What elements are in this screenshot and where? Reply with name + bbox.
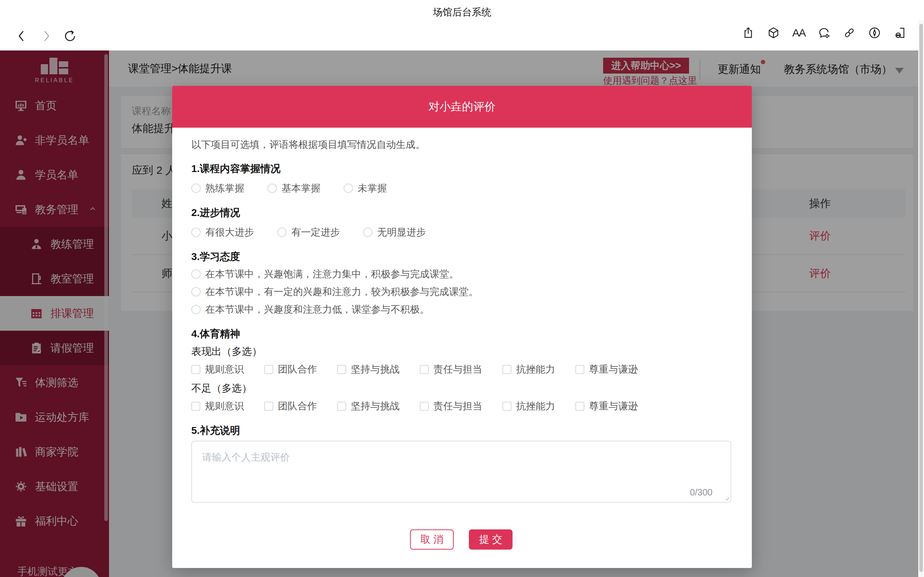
strengths-group-label: 表现出（多选） [191,345,731,358]
browser-toolbar: AA [741,26,907,40]
radio-icon [277,227,287,237]
radio-option[interactable]: 在本节课中，兴趣饱满，注意力集中，积极参与完成课堂。 [191,268,459,280]
weaknesses-group-label: 不足（多选） [191,382,731,395]
checkbox-option[interactable]: 团队合作 [264,400,317,413]
strengths-checkboxes: 规则意识 团队合作 坚持与挑战 责任与担当 抗挫能力 尊重与谦逊 [191,362,731,377]
section-heading-sportsmanship: 4.体育精神 [191,327,731,341]
notes-textarea[interactable] [191,441,731,503]
forward-icon[interactable] [38,27,54,45]
checkbox-option[interactable]: 坚持与挑战 [337,400,399,413]
radio-option[interactable]: 熟练掌握 [191,182,244,195]
radio-icon [191,287,201,297]
radio-icon [344,184,353,193]
mastery-options: 熟练掌握 基本掌握 未掌握 [191,181,731,195]
text-size-icon[interactable]: AA [792,26,806,40]
checkbox-icon [191,402,200,411]
modal-intro-text: 以下项目可选填，评语将根据项目填写情况自动生成。 [191,138,731,152]
reload-icon[interactable] [62,27,78,45]
weaknesses-checkboxes: 规则意识 团队合作 坚持与挑战 责任与担当 抗挫能力 尊重与谦逊 [191,399,731,413]
checkbox-icon [420,402,429,411]
checkbox-icon [575,402,584,411]
radio-option[interactable]: 基本掌握 [267,182,320,195]
share-icon[interactable] [741,26,755,40]
radio-icon [191,184,201,193]
checkbox-option[interactable]: 尊重与谦逊 [575,363,638,376]
checkbox-option[interactable]: 责任与担当 [420,363,482,376]
app-window: 场馆后台系统 AA [0,0,924,577]
checkbox-icon [264,402,273,411]
checkbox-icon [575,365,584,374]
evaluation-modal: 对小垚的评价 以下项目可选填，评语将根据项目填写情况自动生成。 1.课程内容掌握… [172,86,752,568]
char-counter: 0/300 [690,487,712,498]
compass-icon[interactable] [868,26,881,40]
checkbox-icon [264,365,273,374]
chat-icon[interactable] [817,26,831,40]
section-heading-notes: 5.补充说明 [191,423,731,438]
attitude-option-row: 在本节课中，兴趣度和注意力低，课堂参与不积极。 [191,302,731,317]
checkbox-icon [502,365,512,374]
radio-icon [191,227,201,237]
modal-title: 对小垚的评价 [428,99,496,114]
checkbox-icon [191,365,200,374]
link-icon[interactable] [842,26,856,40]
radio-option[interactable]: 在本节课中，兴趣度和注意力低，课堂参与不积极。 [191,303,430,316]
radio-icon [267,184,277,193]
checkbox-option[interactable]: 规则意识 [191,363,244,376]
cancel-button[interactable]: 取 消 [410,529,454,550]
radio-option[interactable]: 有很大进步 [191,226,254,239]
radio-option[interactable]: 有一定进步 [277,226,340,239]
back-icon[interactable] [14,27,30,45]
checkbox-icon [337,402,346,411]
radio-option[interactable]: 无明显进步 [363,226,426,239]
checkbox-icon [502,402,512,411]
window-title: 场馆后台系统 [0,6,924,19]
cube-icon[interactable] [767,26,780,40]
notes-textarea-wrap: 0/300 [191,441,731,503]
modal-header: 对小垚的评价 [172,86,752,128]
progress-options: 有很大进步 有一定进步 无明显进步 [191,225,731,239]
scrollbar-thumb[interactable] [919,24,923,572]
radio-option[interactable]: 未掌握 [344,182,387,195]
window-scrollbar[interactable] [918,20,924,577]
section-heading-progress: 2.进步情况 [191,206,731,220]
checkbox-option[interactable]: 坚持与挑战 [337,363,399,376]
checkbox-option[interactable]: 责任与担当 [420,400,482,413]
radio-icon [363,227,373,237]
checkbox-icon [420,365,429,374]
checkbox-option[interactable]: 团队合作 [264,363,317,376]
radio-icon [191,305,201,314]
checkbox-icon [337,365,346,374]
browser-chrome: 场馆后台系统 AA [0,0,924,50]
modal-buttons: 取 消 提 交 [191,529,731,550]
checkbox-option[interactable]: 规则意识 [191,400,244,413]
attitude-option-row: 在本节课中，有一定的兴趣和注意力，较为积极参与完成课堂。 [191,285,731,299]
radio-option[interactable]: 在本节课中，有一定的兴趣和注意力，较为积极参与完成课堂。 [191,285,478,298]
modal-body: 以下项目可选填，评语将根据项目填写情况自动生成。 1.课程内容掌握情况 熟练掌握… [172,128,752,550]
section-heading-mastery: 1.课程内容掌握情况 [191,161,731,176]
section-heading-attitude: 3.学习态度 [191,250,731,264]
radio-icon [191,269,201,279]
attitude-option-row: 在本节课中，兴趣饱满，注意力集中，积极参与完成课堂。 [191,267,731,281]
exit-door-icon[interactable] [893,26,907,40]
checkbox-option[interactable]: 尊重与谦逊 [575,400,638,413]
checkbox-option[interactable]: 抗挫能力 [502,400,555,413]
submit-button[interactable]: 提 交 [469,529,512,550]
checkbox-option[interactable]: 抗挫能力 [502,363,555,376]
